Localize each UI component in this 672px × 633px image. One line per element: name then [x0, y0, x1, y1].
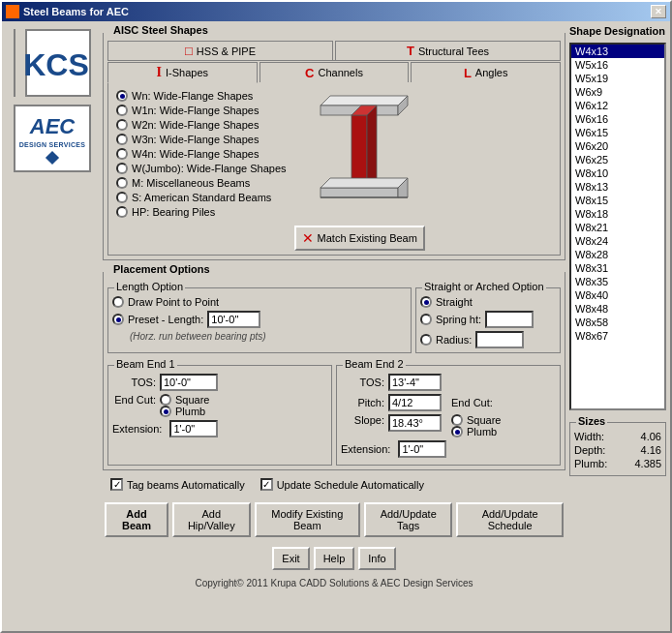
radio-radius[interactable]: Radius: [420, 331, 556, 348]
add-update-tags-button[interactable]: Add/Update Tags [364, 502, 452, 537]
window-body: KCS AEC DESIGN SERVICES AISC Steel Shape… [2, 21, 670, 631]
shape-item-w8x18[interactable]: W8x18 [571, 207, 664, 221]
radio-wjumbo-input[interactable] [116, 163, 128, 174]
radio-preset[interactable]: Preset - Length: [112, 311, 407, 328]
radio-w1n[interactable]: W1n: Wide-Flange Shapes [116, 105, 287, 116]
radio-wn-input[interactable] [116, 90, 128, 102]
shape-item-w8x13[interactable]: W8x13 [571, 180, 664, 194]
shape-item-w8x31[interactable]: W8x31 [571, 261, 664, 275]
shape-item-w8x58[interactable]: W8x58 [571, 316, 664, 329]
add-beam-button[interactable]: Add Beam [105, 502, 168, 537]
radio-square2[interactable]: Square [451, 414, 501, 426]
shape-item-w6x25[interactable]: W6x25 [571, 153, 664, 166]
radio-m[interactable]: M: Miscellaneous Beams [116, 177, 287, 189]
tab-structural-tees[interactable]: T Structural Tees [335, 41, 561, 60]
shape-item-w6x15[interactable]: W6x15 [571, 126, 664, 139]
radio-square1[interactable]: Square [160, 394, 209, 406]
shape-item-w6x16[interactable]: W6x16 [571, 112, 664, 126]
radio-wjumbo[interactable]: W(Jumbo): Wide-Flange Shapes [116, 163, 287, 174]
shape-item-w8x40[interactable]: W8x40 [571, 288, 664, 302]
tab-channels[interactable]: C Channels [260, 62, 410, 82]
radio-preset-input[interactable] [112, 314, 124, 325]
radio-square2-input[interactable] [451, 414, 463, 426]
shape-item-w6x12[interactable]: W6x12 [571, 99, 664, 112]
shape-item-w6x20[interactable]: W6x20 [571, 139, 664, 153]
straight-arched-box: Straight or Arched Option Straight Sprin… [415, 287, 561, 353]
tab-i-shapes[interactable]: I I-Shapes [107, 62, 258, 83]
radio-straight-input[interactable] [420, 296, 432, 308]
sizes-label: Sizes [576, 415, 607, 427]
radio-w3n-input[interactable] [116, 134, 128, 145]
radio-square1-input[interactable] [160, 394, 171, 406]
radio-w1n-input[interactable] [116, 105, 128, 116]
shape-item-w6x9[interactable]: W6x9 [571, 85, 664, 99]
radio-w4n-input[interactable] [116, 148, 128, 160]
radio-spring[interactable]: Spring ht: [420, 311, 556, 328]
shape-item-w4x13[interactable]: W4x13 [571, 45, 664, 58]
radio-straight-label: Straight [436, 296, 473, 308]
bottom-buttons-row: Add Beam Add Hip/Valley Modify Existing … [103, 498, 565, 541]
radio-plumb1-input[interactable] [160, 406, 171, 417]
radio-straight[interactable]: Straight [420, 296, 556, 308]
tab-hss-pipe[interactable]: □ HSS & PIPE [107, 41, 333, 60]
radio-w3n[interactable]: W3n: Wide-Flange Shapes [116, 134, 287, 145]
radio-plumb1[interactable]: Plumb [160, 406, 209, 417]
radio-spring-input[interactable] [420, 314, 432, 325]
add-hip-valley-button[interactable]: Add Hip/Valley [172, 502, 250, 537]
match-beam-button[interactable]: ✕ Match Existing Beam [294, 226, 425, 251]
preset-length-input[interactable] [207, 311, 260, 328]
extension1-input[interactable] [169, 420, 218, 437]
update-schedule-checkbox[interactable] [260, 478, 273, 491]
shape-item-w8x15[interactable]: W8x15 [571, 194, 664, 207]
placement-group: Placement Options Length Option Draw Poi… [103, 272, 565, 470]
radio-preset-label: Preset - Length: [128, 314, 203, 325]
shape-list[interactable]: W4x13W5x16W5x19W6x9W6x12W6x16W6x15W6x20W… [569, 43, 666, 410]
radio-draw-input[interactable] [112, 296, 124, 308]
radius-input[interactable] [475, 331, 524, 348]
info-button[interactable]: Info [358, 547, 395, 570]
tag-auto-checkbox[interactable] [110, 478, 123, 491]
tos2-input[interactable] [388, 374, 442, 391]
radio-plumb2[interactable]: Plumb [451, 426, 501, 437]
pitch-input[interactable] [388, 394, 442, 411]
update-schedule-label: Update Schedule Automatically [277, 479, 424, 491]
radio-hp-input[interactable] [116, 206, 128, 218]
radio-s-input[interactable] [116, 192, 128, 203]
radio-radius-input[interactable] [420, 334, 432, 346]
shape-item-w8x24[interactable]: W8x24 [571, 234, 664, 248]
tos1-input[interactable] [160, 374, 218, 391]
radio-plumb2-input[interactable] [451, 426, 463, 437]
depth-row: Depth: 4.16 [574, 444, 661, 456]
help-button[interactable]: Help [314, 547, 355, 570]
extension2-input[interactable] [398, 440, 446, 458]
radio-draw[interactable]: Draw Point to Point [112, 296, 407, 308]
hss-icon: □ [185, 44, 193, 58]
spring-height-input[interactable] [485, 311, 534, 328]
aisc-group: AISC Steel Shapes □ HSS & PIPE T Structu… [103, 33, 565, 260]
tag-auto-row[interactable]: Tag beams Automatically [107, 476, 249, 493]
shape-item-w5x16[interactable]: W5x16 [571, 58, 664, 72]
add-update-schedule-button[interactable]: Add/Update Schedule [456, 502, 564, 537]
modify-existing-beam-button[interactable]: Modify Existing Beam [255, 502, 361, 537]
slope-input[interactable] [388, 414, 442, 432]
radio-wn[interactable]: Wn: Wide-Flange Shapes [116, 90, 287, 102]
shape-item-w8x48[interactable]: W8x48 [571, 302, 664, 316]
tab-angles[interactable]: L Angles [411, 62, 561, 82]
shape-item-w5x19[interactable]: W5x19 [571, 72, 664, 85]
radio-w2n-input[interactable] [116, 119, 128, 131]
radio-s[interactable]: S: American Standard Beams [116, 192, 287, 203]
radio-w2n[interactable]: W2n: Wide-Flange Shapes [116, 119, 287, 131]
shape-item-w8x21[interactable]: W8x21 [571, 221, 664, 234]
radio-hp[interactable]: HP: Bearing Piles [116, 206, 287, 218]
shape-item-w8x10[interactable]: W8x10 [571, 166, 664, 180]
radio-m-input[interactable] [116, 177, 128, 189]
close-button[interactable]: ✕ [651, 5, 666, 18]
extension1-row: Extension: [112, 420, 327, 437]
radio-w4n[interactable]: W4n: Wide-Flange Shapes [116, 148, 287, 160]
exit-button[interactable]: Exit [272, 547, 309, 570]
shape-item-w8x35[interactable]: W8x35 [571, 275, 664, 288]
update-schedule-row[interactable]: Update Schedule Automatically [257, 476, 428, 493]
shape-item-w8x67[interactable]: W8x67 [571, 329, 664, 343]
shape-item-w8x28[interactable]: W8x28 [571, 248, 664, 261]
footer-buttons-row: Exit Help Info [103, 545, 565, 572]
